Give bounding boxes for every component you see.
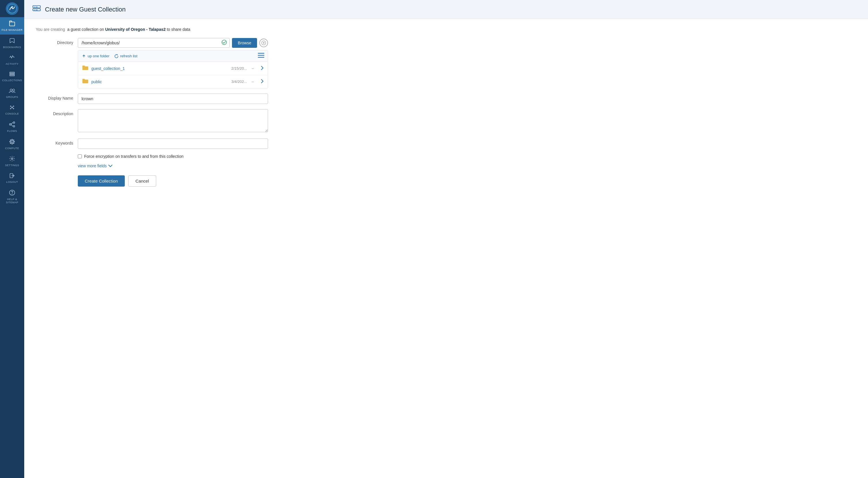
sidebar-item-flows[interactable]: FLOWS [0, 118, 24, 136]
sidebar-item-label-settings: SETTINGS [5, 164, 19, 167]
file-size: – [247, 66, 258, 71]
table-row[interactable]: guest_collection_1 2/15/20... – [78, 62, 268, 75]
compute-icon [9, 138, 15, 146]
form-content: You are creating a guest collection on U… [24, 19, 312, 198]
up-one-folder-label: up one folder [88, 54, 110, 58]
file-manager-icon [9, 20, 15, 27]
file-date: 3/4/202... [221, 79, 247, 84]
file-name: guest_collection_1 [91, 66, 221, 71]
svg-point-11 [13, 108, 14, 109]
page-title: Create new Guest Collection [45, 6, 126, 13]
svg-point-1 [11, 6, 13, 8]
sidebar-item-label-file-manager: FILE MANAGER [1, 29, 23, 32]
svg-point-25 [10, 140, 11, 140]
svg-point-23 [9, 141, 10, 142]
settings-icon [9, 156, 15, 163]
force-encryption-checkbox[interactable] [78, 155, 82, 158]
cancel-button[interactable]: Cancel [128, 175, 156, 186]
view-more-label: view more fields [78, 164, 106, 168]
page-header: Create new Guest Collection [24, 0, 868, 19]
file-name: public [91, 79, 221, 84]
console-icon [9, 105, 15, 111]
svg-point-7 [13, 89, 15, 91]
logout-icon [9, 173, 15, 179]
svg-rect-3 [10, 72, 15, 73]
refresh-list-button[interactable]: refresh list [114, 54, 137, 59]
up-one-folder-button[interactable]: up one folder [82, 54, 110, 59]
view-more-section: view more fields [78, 163, 301, 168]
header-icon [32, 4, 41, 15]
check-icon [222, 40, 227, 46]
svg-point-26 [13, 142, 14, 143]
svg-point-20 [11, 140, 13, 142]
info-row: You are creating a guest collection on U… [36, 27, 301, 32]
svg-point-19 [13, 125, 15, 127]
description-label: Description [36, 109, 73, 116]
sidebar-item-file-manager[interactable]: FILE MANAGER [0, 17, 24, 35]
svg-point-28 [10, 142, 11, 143]
directory-input-row: Browse ? [78, 38, 268, 48]
file-browser-menu-icon[interactable] [258, 53, 264, 59]
file-browser-actions: up one folder refresh list [82, 54, 137, 59]
folder-icon [82, 78, 89, 85]
svg-point-29 [11, 158, 13, 160]
browse-button[interactable]: Browse [232, 38, 257, 48]
keywords-label: Keywords [36, 138, 73, 145]
sidebar-item-activity[interactable]: ACTIVITY [0, 52, 24, 69]
description-input[interactable] [78, 109, 268, 132]
directory-label: Directory [36, 38, 73, 45]
display-name-row: Display Name [36, 94, 301, 104]
chevron-right-icon [261, 66, 264, 71]
sidebar-item-label-bookmarks: BOOKMARKS [3, 46, 21, 49]
create-collection-button[interactable]: Create Collection [78, 175, 125, 186]
help-icon [9, 190, 15, 197]
keywords-input[interactable] [78, 138, 268, 149]
description-control [78, 109, 268, 133]
svg-rect-37 [35, 7, 38, 7]
folder-icon [82, 65, 89, 72]
chevron-right-icon [261, 79, 264, 84]
file-browser: up one folder refresh list [78, 50, 268, 89]
sidebar-item-label-activity: ACTIVITY [6, 63, 19, 66]
svg-rect-38 [35, 10, 38, 10]
sidebar: FILE MANAGER BOOKMARKS ACTIVITY COLLECTI… [0, 0, 24, 478]
svg-rect-36 [34, 10, 35, 10]
help-question-icon[interactable]: ? [259, 39, 268, 47]
svg-point-21 [12, 139, 13, 140]
svg-point-27 [13, 140, 14, 140]
sidebar-item-console[interactable]: CONSOLE [0, 102, 24, 118]
app-logo[interactable] [0, 0, 24, 17]
sidebar-item-label-groups: GROUPS [6, 96, 18, 99]
keywords-row: Keywords [36, 138, 301, 149]
sidebar-item-compute[interactable]: COMPUTE [0, 136, 24, 153]
sidebar-item-label-help: HELP & SITEMAP [1, 198, 23, 204]
svg-point-12 [10, 108, 11, 109]
sidebar-item-logout[interactable]: LOGOUT [0, 170, 24, 186]
sidebar-item-collections[interactable]: COLLECTIONS [0, 68, 24, 85]
svg-point-17 [9, 124, 11, 125]
table-row[interactable]: public 3/4/202... – [78, 75, 268, 88]
sidebar-item-groups[interactable]: GROUPS [0, 85, 24, 102]
display-name-input[interactable] [78, 94, 268, 104]
svg-point-9 [10, 106, 11, 107]
svg-point-22 [12, 143, 13, 144]
sidebar-item-settings[interactable]: SETTINGS [0, 152, 24, 170]
display-name-label: Display Name [36, 94, 73, 101]
view-more-fields-button[interactable]: view more fields [78, 164, 113, 168]
action-buttons: Create Collection Cancel [78, 175, 301, 186]
main-content: Create new Guest Collection You are crea… [24, 0, 868, 478]
sidebar-item-label-compute: COMPUTE [5, 147, 19, 150]
collection-name: University of Oregon - Talapas2 [105, 27, 166, 32]
svg-point-39 [222, 40, 226, 45]
svg-point-24 [14, 141, 15, 142]
svg-rect-5 [10, 75, 15, 76]
logo-circle [6, 2, 19, 15]
directory-row: Directory Browse [36, 38, 301, 89]
svg-rect-4 [10, 74, 15, 75]
svg-point-8 [11, 107, 12, 108]
sidebar-item-label-console: CONSOLE [5, 112, 19, 115]
directory-input[interactable] [78, 38, 230, 48]
sidebar-item-help[interactable]: HELP & SITEMAP [0, 186, 24, 207]
activity-icon [9, 55, 15, 61]
sidebar-item-bookmarks[interactable]: BOOKMARKS [0, 35, 24, 52]
